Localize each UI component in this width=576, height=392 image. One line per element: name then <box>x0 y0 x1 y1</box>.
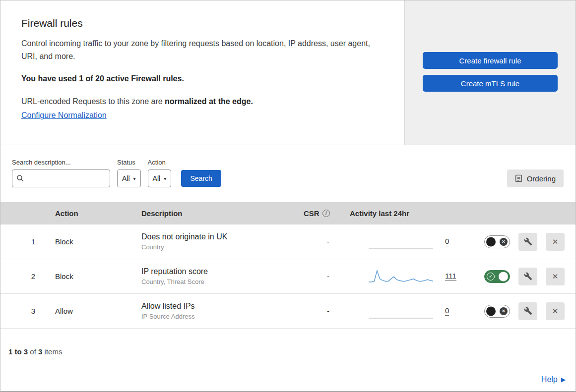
usage-summary: You have used 1 of 20 active Firewall ru… <box>21 74 384 83</box>
normalization-note: URL-encoded Requests to this zone are no… <box>21 97 384 106</box>
toggle-knob <box>486 306 496 316</box>
rule-controls: ✓ ✕ ✕ <box>463 268 576 285</box>
rule-priority: 3 <box>0 307 44 315</box>
x-icon: ✕ <box>500 238 508 246</box>
page-title: Firewall rules <box>21 17 384 29</box>
edit-rule-button[interactable] <box>518 233 537 251</box>
rule-description: IP reputation score <box>141 267 287 276</box>
activity-sparkline <box>369 303 433 320</box>
rule-description-cell: IP reputation score Country, Threat Scor… <box>130 267 287 285</box>
activity-sparkline <box>369 268 433 285</box>
table-row: 2 Block IP reputation score Country, Thr… <box>0 259 576 294</box>
pagination-total: 3 <box>38 347 42 356</box>
status-filter-group: Status All ▾ <box>117 159 141 187</box>
delete-rule-button[interactable]: ✕ <box>546 233 565 251</box>
search-icon <box>16 174 24 182</box>
table-header-row: Action Description CSR i Activity last 2… <box>0 202 576 224</box>
rule-description-cell: Allow listed IPs IP Source Address <box>130 302 287 320</box>
rule-priority: 1 <box>0 237 44 246</box>
search-input[interactable] <box>24 174 106 182</box>
search-button[interactable]: Search <box>181 170 221 187</box>
action-filter-dropdown[interactable]: All ▾ <box>148 169 172 187</box>
rule-enabled-toggle[interactable]: ✓ ✕ <box>484 305 510 318</box>
rule-activity-cell: 111 <box>346 268 463 285</box>
action-filter-label: Action <box>148 159 172 166</box>
rule-csr-value: - <box>287 272 346 280</box>
action-filter-group: Action All ▾ <box>148 159 172 187</box>
normalization-note-bold: normalized at the edge. <box>165 97 253 106</box>
rule-description: Does not originate in UK <box>141 232 287 241</box>
ordering-list-icon <box>515 174 522 182</box>
rule-description: Allow listed IPs <box>141 302 287 311</box>
help-link[interactable]: Help ▶ <box>541 375 566 384</box>
activity-count-link[interactable]: 0 <box>445 237 449 246</box>
chevron-down-icon: ▾ <box>133 176 136 181</box>
rule-criteria: IP Source Address <box>141 313 287 320</box>
status-filter-label: Status <box>117 159 141 166</box>
rule-controls: ✓ ✕ ✕ <box>463 302 576 320</box>
rule-csr-value: - <box>287 307 346 315</box>
activity-count-link[interactable]: 111 <box>445 272 456 281</box>
rule-description-cell: Does not originate in UK Country <box>130 232 287 251</box>
normalization-note-text: URL-encoded Requests to this zone are <box>21 97 165 106</box>
search-group: Search description... <box>12 159 110 187</box>
arrow-right-icon: ▶ <box>561 376 566 383</box>
rule-activity-cell: 0 <box>346 303 463 320</box>
wrench-icon <box>524 237 532 246</box>
rule-criteria: Country, Threat Score <box>141 278 287 285</box>
ordering-button[interactable]: Ordering <box>507 169 564 187</box>
delete-rule-button[interactable]: ✕ <box>546 268 565 285</box>
csr-column-header: CSR i <box>287 209 346 218</box>
status-filter-dropdown[interactable]: All ▾ <box>117 169 141 187</box>
ordering-button-label: Ordering <box>527 174 556 183</box>
edit-rule-button[interactable] <box>518 268 537 285</box>
help-link-label: Help <box>541 375 558 384</box>
toggle-knob <box>486 237 496 246</box>
rule-activity-cell: 0 <box>346 233 463 250</box>
rule-enabled-toggle[interactable]: ✓ ✕ <box>484 235 510 248</box>
create-firewall-rule-button[interactable]: Create firewall rule <box>423 52 558 69</box>
rule-controls: ✓ ✕ ✕ <box>463 233 576 251</box>
check-icon: ✓ <box>487 273 495 280</box>
pagination-summary: 1 to 3 of 3 items <box>0 329 576 365</box>
activity-sparkline <box>369 233 433 250</box>
info-icon[interactable]: i <box>322 210 330 217</box>
header-actions-panel: Create firewall rule Create mTLS rule <box>404 0 576 145</box>
rule-action: Allow <box>44 307 130 315</box>
x-icon: ✕ <box>500 307 508 315</box>
create-mtls-rule-button[interactable]: Create mTLS rule <box>423 75 558 92</box>
chevron-down-icon: ▾ <box>164 176 166 181</box>
activity-count-link[interactable]: 0 <box>445 306 449 316</box>
table-row: 3 Allow Allow listed IPs IP Source Addre… <box>0 294 576 329</box>
table-row: 1 Block Does not originate in UK Country… <box>0 224 576 259</box>
pagination-of: of <box>30 347 36 356</box>
pagination-range: 1 to 3 <box>8 347 28 356</box>
edit-rule-button[interactable] <box>518 302 537 320</box>
delete-rule-button[interactable]: ✕ <box>546 302 565 320</box>
rule-criteria: Country <box>141 243 287 251</box>
help-row: Help ▶ <box>0 369 576 391</box>
csr-column-label: CSR <box>304 209 320 218</box>
rule-action: Block <box>44 272 130 280</box>
close-icon: ✕ <box>552 272 559 281</box>
wrench-icon <box>524 272 532 280</box>
firewall-rules-page: Firewall rules Control incoming traffic … <box>0 0 576 392</box>
action-filter-value: All <box>153 174 161 182</box>
rule-csr-value: - <box>287 237 346 246</box>
status-filter-value: All <box>122 174 130 182</box>
rule-action: Block <box>44 237 130 246</box>
configure-normalization-link[interactable]: Configure Normalization <box>21 111 107 120</box>
rule-priority: 2 <box>0 272 44 280</box>
search-input-box[interactable] <box>12 169 110 187</box>
pagination-items: items <box>45 347 63 356</box>
close-icon: ✕ <box>552 237 559 246</box>
close-icon: ✕ <box>552 307 559 316</box>
toggle-knob <box>499 272 508 281</box>
header-text-block: Firewall rules Control incoming traffic … <box>0 0 404 145</box>
description-column-header: Description <box>130 209 287 218</box>
rule-enabled-toggle[interactable]: ✓ ✕ <box>484 270 510 283</box>
page-description: Control incoming traffic to your zone by… <box>21 37 381 62</box>
activity-column-header: Activity last 24hr <box>346 209 463 218</box>
action-column-header: Action <box>44 209 130 218</box>
header-section: Firewall rules Control incoming traffic … <box>0 0 576 145</box>
